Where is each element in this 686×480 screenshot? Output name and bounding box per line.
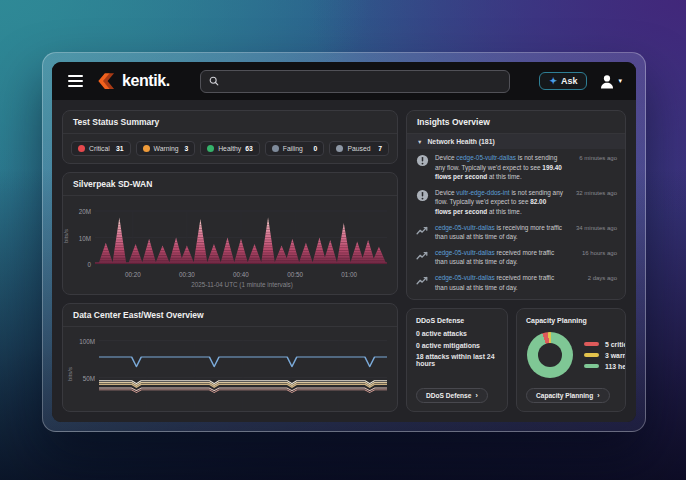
insight-item[interactable]: cedge-05-vultr-dallas received more traf… bbox=[407, 245, 625, 270]
chevron-right-icon: › bbox=[475, 392, 477, 399]
caret-down-icon: ▾ bbox=[618, 77, 622, 85]
status-dot-icon bbox=[336, 145, 343, 152]
trending-up-icon bbox=[416, 274, 429, 287]
ddos-stat-line: 0 active mitigations bbox=[416, 342, 498, 349]
silverpeak-x-ticks: 00:2000:3000:4000:5001:00 bbox=[95, 271, 387, 280]
legend-label: 3 warning bbox=[605, 352, 626, 359]
status-badges-row: Critical 31 Warning 3 Healthy 63 Failing… bbox=[63, 134, 397, 163]
insight-text: cedge-05-vultr-dallas is receiving more … bbox=[435, 223, 563, 242]
legend-color-dash bbox=[584, 353, 599, 357]
datacenter-card: Data Center East/West Overview bits/s 10… bbox=[62, 303, 398, 412]
network-health-group-header[interactable]: ▼ Network Health (181) bbox=[407, 134, 625, 149]
ddos-button-label: DDoS Defense bbox=[426, 392, 471, 399]
insight-text: at this time. bbox=[487, 173, 521, 180]
ddos-stat-line: 0 active attacks bbox=[416, 330, 498, 337]
status-dot-icon bbox=[272, 145, 279, 152]
global-search[interactable] bbox=[200, 70, 510, 93]
insight-item[interactable]: Device cedge-05-vultr-dallas is not send… bbox=[407, 150, 625, 185]
status-badge[interactable]: Warning 3 bbox=[136, 141, 196, 156]
insight-item[interactable]: cedge-05-vultr-dallas is receiving more … bbox=[407, 220, 625, 245]
legend-entry: 113 healthy bbox=[584, 363, 626, 370]
silverpeak-x-tick: 00:20 bbox=[125, 271, 141, 278]
kentik-logo[interactable]: kentik. bbox=[97, 72, 170, 90]
test-status-card: Test Status Summary Critical 31 Warning … bbox=[62, 110, 398, 164]
ddos-title: DDoS Defense bbox=[407, 309, 507, 329]
insight-item[interactable]: cedge-05-vultr-dallas received more traf… bbox=[407, 270, 625, 295]
chevron-right-icon: › bbox=[597, 392, 599, 399]
legend-color-dash bbox=[584, 364, 599, 368]
legend-color-dash bbox=[584, 342, 599, 346]
silverpeak-card: Silverpeak SD-WAN bits/s 20M10M0 00:2000… bbox=[62, 172, 398, 295]
kentik-dashboard-window: kentik. ✦ Ask ▾ bbox=[52, 62, 636, 422]
silverpeak-chart[interactable]: bits/s 20M10M0 bbox=[95, 204, 387, 268]
left-column: Test Status Summary Critical 31 Warning … bbox=[62, 110, 398, 412]
datacenter-chart[interactable]: bits/s 100M50M bbox=[99, 337, 387, 411]
status-badge[interactable]: Failing 0 bbox=[265, 141, 325, 156]
status-badge-count: 7 bbox=[378, 145, 382, 152]
insight-text: We detected a 19.3% increase in bandwidt… bbox=[435, 298, 563, 299]
insight-link[interactable]: cedge-05-vultr-dallas bbox=[435, 249, 495, 256]
insight-link[interactable]: cedge-05-vultr-dallas bbox=[435, 274, 495, 281]
right-column: Insights Overview ▼ Network Health (181)… bbox=[406, 110, 626, 412]
insight-text: at this time. bbox=[487, 208, 521, 215]
status-badge-label: Failing bbox=[283, 145, 303, 152]
datacenter-y-axis-label: bits/s bbox=[67, 367, 73, 381]
status-badge[interactable]: Critical 31 bbox=[71, 141, 131, 156]
insight-list: Device cedge-05-vultr-dallas is not send… bbox=[407, 149, 625, 299]
menu-icon[interactable] bbox=[66, 73, 85, 89]
ddos-defense-button[interactable]: DDoS Defense › bbox=[416, 388, 488, 403]
capacity-planning-button[interactable]: Capacity Planning › bbox=[526, 388, 610, 403]
silverpeak-chart-svg bbox=[95, 204, 387, 268]
insight-timestamp: 34 minutes ago bbox=[569, 225, 617, 231]
insight-link[interactable]: cedge-05-vultr-dallas bbox=[456, 154, 516, 161]
status-badge[interactable]: Healthy 63 bbox=[200, 141, 260, 156]
dashboard-glass-frame: kentik. ✦ Ask ▾ bbox=[42, 52, 646, 432]
capacity-title: Capacity Planning bbox=[517, 309, 625, 329]
top-bar: kentik. ✦ Ask ▾ bbox=[52, 62, 636, 100]
insight-text: Device bbox=[435, 154, 456, 161]
status-badge[interactable]: Paused 7 bbox=[329, 141, 389, 156]
status-dot-icon bbox=[143, 145, 150, 152]
silverpeak-x-tick: 01:00 bbox=[341, 271, 357, 278]
capacity-button-label: Capacity Planning bbox=[536, 392, 593, 399]
silverpeak-y-tick: 10M bbox=[79, 234, 91, 241]
network-health-group-label: Network Health (181) bbox=[427, 138, 494, 145]
alert-circle-icon bbox=[416, 189, 429, 202]
insight-link[interactable]: vultr-edge-ddos-int bbox=[456, 189, 509, 196]
legend-entry: 5 critical bbox=[584, 341, 626, 348]
insights-card: Insights Overview ▼ Network Health (181)… bbox=[406, 110, 626, 300]
brand-name: kentik. bbox=[122, 72, 170, 90]
capacity-body: 5 critical 3 warning 113 healthy bbox=[517, 329, 625, 381]
status-badge-count: 3 bbox=[184, 145, 188, 152]
alert-circle-icon bbox=[416, 154, 429, 167]
silverpeak-x-tick: 00:40 bbox=[233, 271, 249, 278]
capacity-donut-chart[interactable] bbox=[527, 332, 573, 378]
silverpeak-y-tick: 0 bbox=[87, 261, 91, 268]
insight-item[interactable]: We detected a 19.3% increase in bandwidt… bbox=[407, 295, 625, 299]
silverpeak-x-tick: 00:30 bbox=[179, 271, 195, 278]
user-menu[interactable]: ▾ bbox=[599, 74, 622, 89]
silverpeak-x-axis-label: 2025-11-04 UTC (1 minute intervals) bbox=[63, 280, 397, 294]
search-input[interactable] bbox=[225, 75, 501, 87]
silverpeak-y-axis-label: bits/s bbox=[63, 229, 69, 243]
legend-entry: 3 warning bbox=[584, 352, 626, 359]
silverpeak-title: Silverpeak SD-WAN bbox=[63, 173, 397, 196]
capacity-planning-card: Capacity Planning 5 critical 3 warning 1… bbox=[516, 308, 626, 412]
insight-item[interactable]: Device vultr-edge-ddos-int is not sendin… bbox=[407, 185, 625, 220]
collapse-triangle-icon: ▼ bbox=[417, 139, 422, 145]
datacenter-y-tick: 100M bbox=[79, 337, 95, 344]
insight-timestamp: 2 days ago bbox=[569, 275, 617, 281]
datacenter-chart-svg bbox=[99, 337, 387, 411]
datacenter-title: Data Center East/West Overview bbox=[63, 304, 397, 327]
insight-link[interactable]: cedge-05-vultr-dallas bbox=[435, 224, 495, 231]
silverpeak-y-tick: 20M bbox=[79, 208, 91, 215]
kentik-chevron-mark bbox=[97, 72, 118, 90]
trending-up-icon bbox=[416, 224, 429, 237]
insight-timestamp: 6 minutes ago bbox=[569, 155, 617, 161]
bottom-mini-cards-row: DDoS Defense 0 active attacks0 active mi… bbox=[406, 308, 626, 412]
status-dot-icon bbox=[78, 145, 85, 152]
insight-timestamp: 16 hours ago bbox=[569, 250, 617, 256]
search-icon bbox=[209, 76, 219, 86]
ask-button[interactable]: ✦ Ask bbox=[539, 72, 587, 90]
ddos-stats: 0 active attacks0 active mitigations18 a… bbox=[407, 329, 507, 368]
